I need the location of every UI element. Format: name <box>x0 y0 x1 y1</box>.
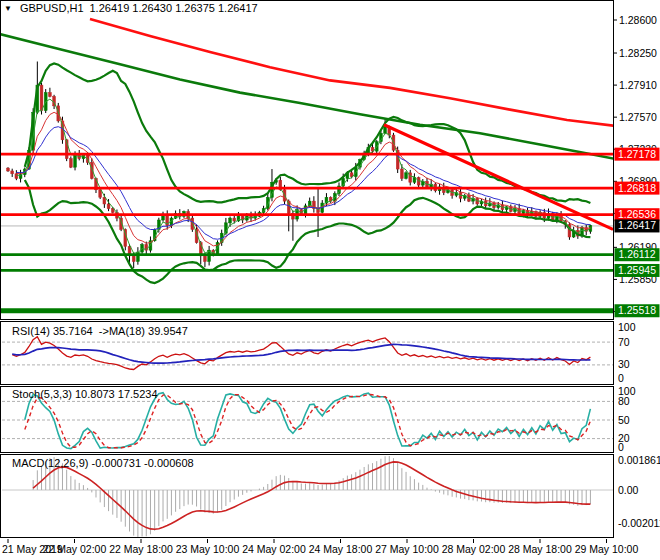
macd-label: MACD(12,26,9) -0.000731 -0.000608 <box>12 457 194 470</box>
rsi-axis: 10070300 <box>618 321 636 384</box>
rsi-label: RSI(14) 35.7164 ->MA(18) 39.9547 <box>12 325 188 338</box>
ohlc-values: 1.26419 1.26430 1.26375 1.26417 <box>90 2 258 15</box>
stoch-axis: 1008050200 <box>618 385 636 453</box>
symbol-period-label: GBPUSD,H1 <box>20 2 84 15</box>
svg-text:0.00: 0.00 <box>618 484 639 496</box>
svg-text:24 May 18:00: 24 May 18:00 <box>309 543 373 555</box>
price-badge: 1.26818 <box>615 182 660 195</box>
svg-text:1.26536: 1.26536 <box>618 208 656 220</box>
time-axis[interactable]: 21 May 201922 May 02:0022 May 18:0023 Ma… <box>2 539 638 555</box>
svg-text:29 May 10:00: 29 May 10:00 <box>575 543 639 555</box>
stoch-label: Stoch(5,3,3) 10.8073 17.5234 <box>12 388 158 401</box>
price-axis[interactable]: 1.286001.282501.279101.275701.272301.268… <box>613 14 660 318</box>
svg-text:23 May 10:00: 23 May 10:00 <box>176 543 240 555</box>
svg-text:28 May 18:00: 28 May 18:00 <box>508 543 572 555</box>
svg-text:1.27910: 1.27910 <box>619 79 657 91</box>
svg-text:30: 30 <box>618 358 630 370</box>
macd-axis: 0.0018610.00-0.002011 <box>618 454 660 529</box>
svg-text:1.28250: 1.28250 <box>619 47 657 59</box>
svg-text:22 May 02:00: 22 May 02:00 <box>43 543 107 555</box>
svg-text:24 May 02:00: 24 May 02:00 <box>242 543 306 555</box>
collapse-chart-icon[interactable]: ▼ <box>4 2 12 15</box>
svg-text:1.25518: 1.25518 <box>618 304 656 316</box>
svg-text:1.28600: 1.28600 <box>619 14 657 26</box>
svg-text:-0.002011: -0.002011 <box>618 517 660 529</box>
svg-text:70: 70 <box>618 336 630 348</box>
price-badge: 1.27178 <box>615 148 660 161</box>
price-badge: 1.25945 <box>615 264 660 277</box>
svg-text:1.27178: 1.27178 <box>618 148 656 160</box>
svg-text:27 May 10:00: 27 May 10:00 <box>375 543 439 555</box>
svg-text:1.26417: 1.26417 <box>618 219 656 231</box>
svg-text:1.26818: 1.26818 <box>618 182 656 194</box>
svg-text:0.001861: 0.001861 <box>618 454 660 466</box>
svg-text:0: 0 <box>618 372 624 384</box>
svg-text:50: 50 <box>618 414 630 426</box>
chart-title: ▼GBPUSD,H11.26419 1.26430 1.26375 1.2641… <box>4 2 258 15</box>
svg-text:80: 80 <box>618 395 630 407</box>
price-badge: 1.26112 <box>615 248 660 261</box>
svg-text:1.25945: 1.25945 <box>618 264 656 276</box>
svg-text:100: 100 <box>618 321 636 333</box>
svg-text:1.26112: 1.26112 <box>618 248 655 260</box>
price-badge: 1.25518 <box>615 304 660 317</box>
chart-window: 1.286001.282501.279101.275701.272301.268… <box>0 0 660 560</box>
svg-text:28 May 02:00: 28 May 02:00 <box>442 543 506 555</box>
svg-text:22 May 18:00: 22 May 18:00 <box>109 543 173 555</box>
svg-text:1.27570: 1.27570 <box>619 111 657 123</box>
price-badge: 1.26417 <box>615 219 660 232</box>
chart-canvas[interactable]: 1.286001.282501.279101.275701.272301.268… <box>0 0 660 560</box>
svg-text:0: 0 <box>618 441 624 453</box>
